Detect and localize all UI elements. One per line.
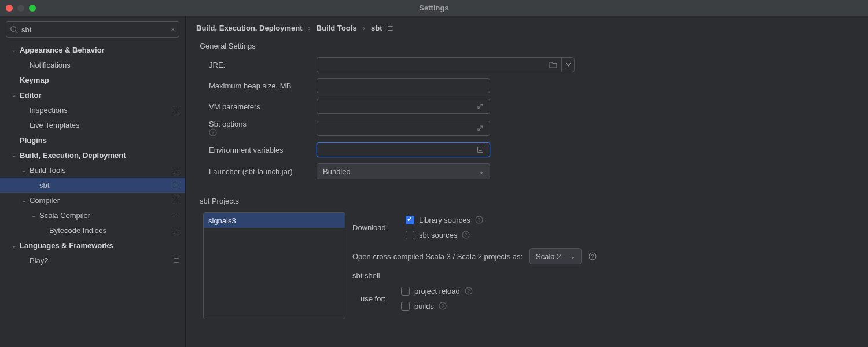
expand-arrow-icon[interactable]: ⌄ <box>30 212 37 219</box>
sbt-project-item[interactable]: signals3 <box>204 213 345 228</box>
sidebar-item-label: Play2 <box>30 256 174 265</box>
settings-search[interactable]: × <box>6 21 179 38</box>
sbt-shell-label: sbt shell <box>352 271 597 280</box>
breadcrumb-sep: › <box>363 24 365 32</box>
max-heap-field[interactable] <box>317 78 490 93</box>
svg-text:?: ? <box>467 288 470 294</box>
close-window-button[interactable] <box>6 5 13 12</box>
sidebar-item[interactable]: Live Templates <box>0 117 185 132</box>
project-reload-checkbox[interactable] <box>401 287 410 296</box>
jre-field[interactable] <box>317 57 575 72</box>
sidebar-item-label: Plugins <box>20 136 179 145</box>
sidebar-item[interactable]: ⌄Build Tools <box>0 163 185 178</box>
project-scope-icon <box>174 108 179 112</box>
help-icon[interactable]: ? <box>465 287 473 295</box>
sbt-projects-list[interactable]: signals3 <box>203 212 345 319</box>
settings-tree: ⌄Appearance & BehaviorNotificationsKeyma… <box>0 42 185 268</box>
sidebar-item-label: Bytecode Indices <box>49 226 174 235</box>
sbt-options-field[interactable] <box>317 121 490 136</box>
zoom-window-button[interactable] <box>29 5 36 12</box>
breadcrumb-item[interactable]: Build Tools <box>317 24 357 32</box>
project-scope-icon <box>174 228 179 232</box>
section-general-title: General Settings <box>186 40 868 57</box>
sidebar-item[interactable]: ⌄Editor <box>0 87 185 102</box>
svg-rect-4 <box>478 147 483 153</box>
breadcrumb-item[interactable]: Build, Execution, Deployment <box>196 24 302 32</box>
help-icon[interactable]: ? <box>589 252 597 260</box>
expand-arrow-icon[interactable]: ⌄ <box>10 152 17 158</box>
sidebar-item[interactable]: Keymap <box>0 72 185 87</box>
launcher-value: Bundled <box>323 167 473 176</box>
project-scope-icon <box>174 198 179 202</box>
jre-dropdown-button[interactable] <box>561 57 574 72</box>
expand-icon[interactable] <box>475 123 486 134</box>
project-detail: Download: Library sources ? sbt sources <box>345 212 597 319</box>
expand-icon[interactable] <box>475 101 486 112</box>
sidebar-item[interactable]: Plugins <box>0 132 185 147</box>
env-vars-field[interactable] <box>317 142 490 157</box>
launcher-label: Launcher (sbt-launch.jar) <box>209 167 317 176</box>
sidebar-item-label: Inspections <box>30 106 174 115</box>
sidebar-item-label: sbt <box>39 181 174 190</box>
launcher-select[interactable]: Bundled ⌄ <box>317 163 490 179</box>
list-edit-icon[interactable] <box>475 144 486 156</box>
help-icon[interactable]: ? <box>209 128 317 136</box>
general-settings-form: JRE: Maximum heap size, MB <box>186 57 868 185</box>
sidebar-item[interactable]: Play2 <box>0 253 185 268</box>
vm-params-field[interactable] <box>317 99 490 114</box>
settings-content: Build, Execution, Deployment › Build Too… <box>186 16 868 347</box>
sbt-options-label: Sbt options ? <box>209 120 317 136</box>
sbt-sources-checkbox[interactable] <box>406 231 414 239</box>
window-controls <box>6 5 36 12</box>
expand-arrow-icon[interactable]: ⌄ <box>20 167 27 174</box>
sidebar-item[interactable]: sbt <box>0 178 185 193</box>
max-heap-label: Maximum heap size, MB <box>209 82 317 90</box>
sidebar-item[interactable]: ⌄Languages & Frameworks <box>0 238 185 253</box>
help-icon[interactable]: ? <box>462 231 470 239</box>
use-for-label: use for: <box>361 294 401 303</box>
clear-search-icon[interactable]: × <box>171 25 175 34</box>
sidebar-item[interactable]: ⌄Appearance & Behavior <box>0 42 185 57</box>
library-sources-checkbox[interactable] <box>406 216 414 224</box>
chevron-down-icon: ⌄ <box>571 253 575 260</box>
titlebar: Settings <box>0 0 868 16</box>
sidebar-item-label: Keymap <box>20 76 179 84</box>
folder-icon[interactable] <box>547 59 559 71</box>
settings-sidebar: × ⌄Appearance & BehaviorNotificationsKey… <box>0 16 186 347</box>
svg-line-1 <box>16 31 18 34</box>
search-icon <box>10 25 18 34</box>
svg-text:?: ? <box>477 217 480 223</box>
help-icon[interactable]: ? <box>439 302 447 310</box>
expand-arrow-icon[interactable]: ⌄ <box>10 92 17 98</box>
open-cross-select[interactable]: Scala 2 ⌄ <box>529 248 582 264</box>
project-scope-icon <box>174 183 179 187</box>
open-cross-label: Open cross-compiled Scala 3 / Scala 2 pr… <box>352 252 523 261</box>
sidebar-item[interactable]: ⌄Scala Compiler <box>0 208 185 223</box>
minimize-window-button[interactable] <box>17 5 24 12</box>
vm-params-label: VM parameters <box>209 102 317 111</box>
sidebar-item[interactable]: ⌄Compiler <box>0 193 185 208</box>
sidebar-item[interactable]: ⌄Build, Execution, Deployment <box>0 147 185 163</box>
project-scope-icon <box>174 213 179 217</box>
sidebar-item[interactable]: Bytecode Indices <box>0 223 185 238</box>
expand-arrow-icon[interactable]: ⌄ <box>10 47 17 53</box>
help-icon[interactable]: ? <box>475 216 483 224</box>
sidebar-item[interactable]: Inspections <box>0 102 185 117</box>
builds-label: builds <box>414 302 434 311</box>
builds-checkbox[interactable] <box>401 302 410 311</box>
expand-arrow-icon[interactable]: ⌄ <box>10 242 17 249</box>
project-scope-icon <box>388 26 393 31</box>
expand-arrow-icon[interactable]: ⌄ <box>20 197 27 204</box>
window-title: Settings <box>419 3 448 12</box>
sidebar-item-label: Build, Execution, Deployment <box>20 151 179 160</box>
breadcrumb-item[interactable]: sbt <box>371 24 382 32</box>
sidebar-item-label: Live Templates <box>30 121 179 130</box>
svg-text:?: ? <box>211 130 214 135</box>
svg-text:?: ? <box>465 232 468 238</box>
sidebar-item[interactable]: Notifications <box>0 57 185 72</box>
section-projects-title: sbt Projects <box>186 185 868 212</box>
search-input[interactable] <box>18 25 171 34</box>
library-sources-label: Library sources <box>419 216 470 224</box>
sidebar-item-label: Languages & Frameworks <box>20 241 179 250</box>
project-scope-icon <box>174 258 179 263</box>
